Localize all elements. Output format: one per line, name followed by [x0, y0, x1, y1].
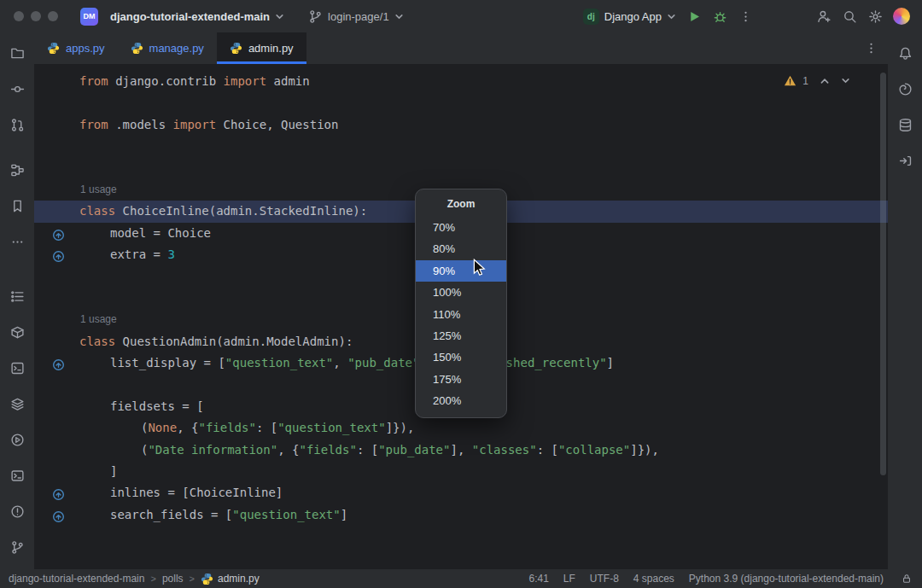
commit-icon[interactable]	[3, 74, 32, 103]
more-icon[interactable]	[3, 227, 32, 256]
terminal-icon[interactable]	[3, 461, 32, 490]
branch-name: login-page/1	[328, 10, 389, 23]
zoom-popup: Zoom 70%80%90%100%110%125%150%175%200%	[415, 189, 507, 418]
code-line: search_fields = ["question_text"]	[34, 504, 888, 526]
packages-icon[interactable]	[3, 317, 32, 346]
override-gutter-icon[interactable]	[52, 486, 65, 499]
zoom-option-100%[interactable]: 100%	[416, 282, 506, 303]
project-name: django-tutorial-extended-main	[110, 10, 270, 23]
previous-problem-button[interactable]	[820, 76, 830, 86]
code-line: ("Date information", {"fields": ["pub_da…	[34, 440, 888, 461]
zoom-options: 70%80%90%100%110%125%150%175%200%	[416, 217, 506, 412]
project-icon: DM	[80, 8, 98, 26]
code-line: inlines = [ChoiceInline]	[34, 482, 888, 504]
version-control-icon[interactable]	[3, 533, 32, 562]
console-icon[interactable]	[3, 353, 32, 382]
override-gutter-icon[interactable]	[52, 357, 65, 370]
tab-bar: apps.pymanage.pyadmin.py	[34, 32, 888, 64]
bookmarks-icon[interactable]	[3, 191, 32, 220]
breadcrumbs: django-tutorial-extended-main>polls>admi…	[0, 573, 260, 585]
python-icon	[230, 42, 242, 55]
run-tool-icon[interactable]	[3, 425, 32, 454]
python-icon	[201, 573, 213, 585]
branch-widget[interactable]: login-page/1	[303, 6, 409, 27]
right-bar-icons	[888, 38, 922, 182]
code-with-me-button[interactable]	[811, 4, 837, 28]
lock-icon[interactable]	[902, 573, 912, 584]
blank-line	[34, 92, 888, 114]
zoom-option-200%[interactable]: 200%	[416, 390, 506, 411]
status-item[interactable]: 4 spaces	[633, 573, 674, 585]
tab-apps.py[interactable]: apps.py	[34, 32, 118, 64]
zoom-option-175%[interactable]: 175%	[416, 369, 506, 390]
status-item[interactable]: Python 3.9 (django-tutorial-extended-mai…	[689, 573, 884, 585]
run-config-selector[interactable]: dj Django App	[578, 5, 681, 28]
python-icon	[131, 42, 143, 55]
endpoints-icon[interactable]	[890, 146, 919, 175]
chevron-down-icon	[394, 12, 404, 21]
notifications-icon[interactable]	[890, 38, 919, 67]
tab-admin.py[interactable]: admin.py	[217, 32, 306, 64]
problems-icon[interactable]	[3, 497, 32, 526]
status-item[interactable]: 6:41	[528, 573, 548, 585]
warning-triangle-icon	[784, 74, 797, 87]
breadcrumb-separator: >	[150, 573, 155, 584]
breadcrumb-admin.py[interactable]: admin.py	[201, 573, 260, 585]
debug-button[interactable]	[707, 4, 732, 28]
inspections-widget[interactable]: 1	[784, 74, 850, 87]
tab-label: manage.py	[149, 42, 204, 55]
branch-icon	[308, 9, 323, 24]
titlebar: DM django-tutorial-extended-main login-p…	[0, 0, 922, 32]
breadcrumb-django-tutorial-extended-main[interactable]: django-tutorial-extended-main	[9, 573, 144, 585]
tab-list: apps.pymanage.pyadmin.py	[34, 32, 306, 64]
tab-options-button[interactable]	[865, 32, 888, 64]
search-everywhere-button[interactable]	[837, 4, 862, 28]
breadcrumb-polls[interactable]: polls	[162, 573, 184, 585]
chevron-down-icon	[275, 12, 284, 21]
breadcrumb-separator: >	[190, 573, 195, 584]
next-problem-button[interactable]	[841, 76, 850, 85]
zoom-popup-title: Zoom	[416, 189, 506, 217]
status-bar: django-tutorial-extended-main>polls>admi…	[0, 569, 922, 588]
services-icon[interactable]	[3, 389, 32, 418]
status-item[interactable]: UTF-8	[590, 573, 619, 585]
activity-bar-top	[0, 38, 34, 263]
mouse-cursor	[472, 259, 487, 281]
ai-assistant-icon[interactable]	[890, 74, 919, 103]
run-button[interactable]	[681, 4, 707, 28]
todo-icon[interactable]	[3, 282, 32, 311]
window-controls	[0, 11, 58, 21]
zoom-option-125%[interactable]: 125%	[416, 325, 506, 346]
editor-scrollbar[interactable]	[880, 73, 886, 475]
activity-bar-bottom	[0, 282, 34, 568]
settings-button[interactable]	[862, 4, 888, 28]
more-actions-button[interactable]	[732, 4, 758, 28]
zoom-option-80%[interactable]: 80%	[416, 238, 506, 259]
database-icon[interactable]	[890, 110, 919, 139]
pull-requests-icon[interactable]	[3, 110, 32, 139]
code-line: from django.contrib import admin	[34, 71, 888, 92]
zoom-option-70%[interactable]: 70%	[416, 217, 506, 238]
project-folder-icon[interactable]	[3, 38, 32, 67]
user-avatar[interactable]	[893, 8, 910, 25]
status-item[interactable]: LF	[563, 573, 575, 585]
minimize-window-button[interactable]	[31, 11, 41, 21]
tab-manage.py[interactable]: manage.py	[118, 32, 217, 64]
zoom-window-button[interactable]	[48, 11, 58, 21]
override-gutter-icon[interactable]	[52, 227, 65, 240]
override-gutter-icon[interactable]	[52, 248, 65, 261]
tab-label: admin.py	[248, 42, 294, 55]
status-widgets: 6:41LFUTF-84 spacesPython 3.9 (django-tu…	[528, 573, 922, 585]
python-icon	[47, 42, 60, 55]
code-line: ]	[34, 461, 888, 482]
close-window-button[interactable]	[14, 11, 24, 21]
right-tool-bar	[888, 32, 922, 569]
zoom-option-110%[interactable]: 110%	[416, 304, 506, 325]
left-activity-bar	[0, 32, 34, 569]
project-switcher[interactable]: django-tutorial-extended-main	[98, 7, 289, 26]
tab-label: apps.py	[66, 42, 105, 55]
zoom-option-90%[interactable]: 90%	[416, 260, 506, 282]
override-gutter-icon[interactable]	[52, 509, 65, 521]
structure-icon[interactable]	[3, 155, 32, 184]
zoom-option-150%[interactable]: 150%	[416, 346, 506, 368]
